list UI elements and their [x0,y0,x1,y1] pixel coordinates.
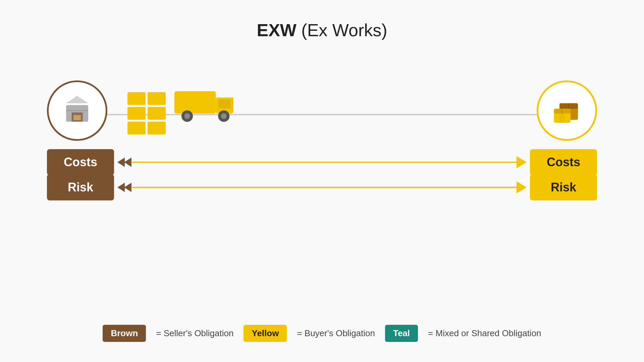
pallet-cell [148,107,166,120]
pallet-cell [127,107,146,120]
svg-rect-4 [73,115,81,120]
seller-risk-label: Risk [47,174,114,200]
arrow-start-risk-1 [117,183,125,192]
legend-teal-text: = Mixed or Shared Obligation [428,328,541,339]
arrow-start-risk-2 [124,183,131,192]
title-bold: EXW [257,20,296,40]
arrow-end-risk [517,181,527,193]
pallet-cell [148,122,166,134]
arrow-start-2 [124,158,131,167]
svg-rect-5 [174,91,216,114]
risk-arrow [117,184,527,191]
truck-svg [174,84,238,127]
pallet-row-2 [127,107,166,120]
diagram-area: Costs Costs Risk Risk [27,67,617,208]
arrow-shaft-risk [132,187,517,188]
buyer-risk-label: Risk [530,174,597,200]
truck-icon [174,84,238,129]
pallet-row-3 [127,122,166,134]
pallet-cell [148,92,166,105]
buyer-location-icon [537,80,597,141]
svg-point-12 [221,113,227,119]
arrow-shaft-costs [132,162,517,163]
svg-marker-1 [66,96,88,103]
seller-location-icon [47,80,107,141]
pallet-cell [127,122,146,134]
costs-arrow [117,159,527,166]
svg-marker-8 [216,98,233,100]
packages-svg [548,92,585,129]
arrow-start-1 [117,158,125,167]
svg-rect-19 [559,114,565,123]
legend: Brown = Seller's Obligation Yellow = Buy… [0,325,644,342]
pallet-cell [127,92,146,105]
page-title: EXW (Ex Works) [0,0,644,40]
warehouse-svg [59,92,96,129]
legend-yellow-text: = Buyer's Obligation [297,328,375,339]
svg-rect-7 [218,100,230,109]
seller-costs-label: Costs [47,149,114,175]
buyer-costs-label: Costs [530,149,597,175]
legend-teal-badge: Teal [385,325,418,342]
costs-row: Costs Costs [47,149,597,175]
legend-yellow-badge: Yellow [244,325,287,342]
legend-brown-text: = Seller's Obligation [156,328,233,339]
svg-point-10 [184,113,190,119]
pallet-icon [127,92,166,136]
risk-row: Risk Risk [47,174,597,200]
pallet-row-1 [127,92,166,105]
arrow-end-costs [517,156,527,168]
title-normal: (Ex Works) [297,20,387,40]
legend-brown-badge: Brown [103,325,146,342]
